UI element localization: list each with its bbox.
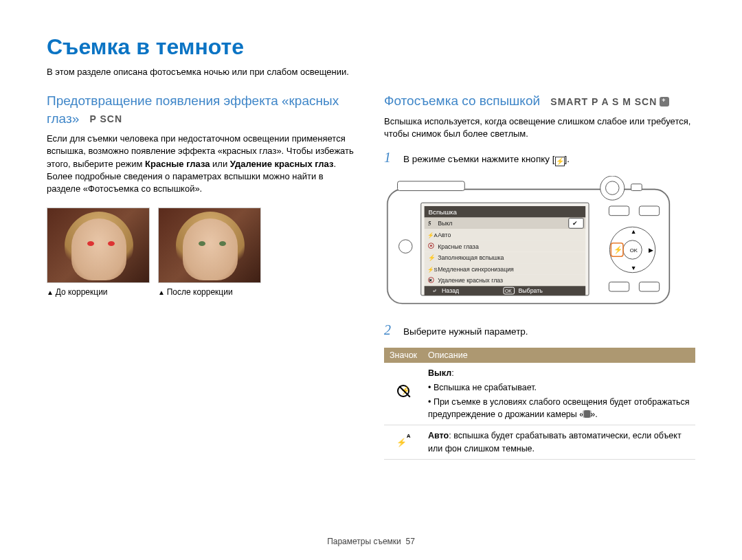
mode-indicator: P SCN <box>90 113 123 126</box>
svg-text:⚡S: ⚡S <box>427 265 438 272</box>
mode-indicator-flash: SMART P A S M SCN <box>550 96 669 109</box>
svg-text:𝟓: 𝟓 <box>429 220 432 227</box>
page-title: Съемка в темноте <box>47 34 695 60</box>
menu-title: Вспышка <box>429 208 458 215</box>
svg-text:Авто: Авто <box>438 231 451 238</box>
svg-text:Заполняющая вспышка: Заполняющая вспышка <box>438 254 504 261</box>
svg-text:Назад: Назад <box>442 287 459 294</box>
svg-text:Выкл: Выкл <box>438 220 452 227</box>
photo-comparison: До коррекции После коррекции <box>47 208 358 297</box>
svg-text:⚡: ⚡ <box>429 254 436 262</box>
bold-remove-redeye: Удаление красных глаз <box>230 159 334 169</box>
after-photo-block: После коррекции <box>158 208 261 297</box>
flash-heading: Фотосъемка со вспышкой <box>384 93 540 108</box>
svg-rect-5 <box>631 183 642 190</box>
camera-illustration: Вспышка Выкл 𝟓 ✔ Авто ⚡A Красные глаза З… <box>384 176 695 313</box>
svg-rect-2 <box>398 181 465 190</box>
step-2-text: Выберите нужный параметр. <box>403 326 695 337</box>
svg-text:Выбрать: Выбрать <box>518 287 543 294</box>
section-title-flash: Фотосъемка со вспышкой SMART P A S M SCN <box>384 92 695 110</box>
flash-intro: Вспышка используется, когда освещение сл… <box>384 115 695 140</box>
camera-svg: Вспышка Выкл 𝟓 ✔ Авто ⚡A Красные глаза З… <box>384 176 679 310</box>
step-1: 1 В режиме съемки нажмите кнопку [⚡]. <box>384 150 695 166</box>
svg-text:✔: ✔ <box>572 220 578 227</box>
svg-text:▲: ▲ <box>631 228 637 235</box>
scene-mode-icon <box>660 97 669 107</box>
photo-after <box>158 208 261 283</box>
off-description: Выкл: • Вспышка не срабатывает. • При съ… <box>423 363 695 425</box>
svg-text:⚡: ⚡ <box>614 245 623 254</box>
auto-icon: ⚡A <box>384 425 423 459</box>
section-title-redeye: Предотвращение появления эффекта «красны… <box>47 92 358 127</box>
svg-rect-44 <box>609 205 629 215</box>
left-column: Предотвращение появления эффекта «красны… <box>47 92 358 460</box>
table-row: ⚡A Авто: вспышка будет срабатывать автом… <box>384 425 695 459</box>
shake-icon <box>584 410 590 418</box>
svg-text:▼: ▼ <box>631 264 637 271</box>
before-photo-block: До коррекции <box>47 208 150 297</box>
step-number-1: 1 <box>384 150 396 166</box>
th-desc: Описание <box>423 348 695 363</box>
flash-options-table: Значок Описание ⚡ Выкл: • Вспышка не сра… <box>384 348 695 460</box>
redeye-body: Если для съемки человека при недостаточн… <box>47 133 358 195</box>
svg-point-4 <box>605 181 619 194</box>
off-icon: ⚡ <box>384 363 423 425</box>
svg-point-19 <box>430 245 432 247</box>
step-1-text: В режиме съемки нажмите кнопку [⚡]. <box>403 154 695 166</box>
page-footer: Параметры съемки 57 <box>0 537 742 546</box>
svg-text:Удаление красных глаз: Удаление красных глаз <box>438 277 503 284</box>
svg-text:▶: ▶ <box>649 247 653 254</box>
svg-point-48 <box>399 239 413 253</box>
caption-after: После коррекции <box>158 287 261 297</box>
photo-before <box>47 208 150 283</box>
bold-redeye: Красные глаза <box>145 159 210 169</box>
caption-before: До коррекции <box>47 287 150 297</box>
flash-button-icon: ⚡ <box>555 157 565 166</box>
svg-rect-46 <box>609 282 629 291</box>
svg-text:⤶: ⤶ <box>432 288 437 294</box>
svg-rect-47 <box>639 282 659 291</box>
right-column: Фотосъемка со вспышкой SMART P A S M SCN… <box>384 92 695 460</box>
table-row: ⚡ Выкл: • Вспышка не срабатывает. • При … <box>384 363 695 425</box>
intro-text: В этом разделе описана фотосъемка ночью … <box>47 67 695 77</box>
content-columns: Предотвращение появления эффекта «красны… <box>47 92 695 460</box>
svg-text:OK: OK <box>505 289 512 293</box>
svg-text:Медленная синхронизация: Медленная синхронизация <box>438 265 514 272</box>
svg-rect-45 <box>639 205 659 215</box>
svg-text:⚡A: ⚡A <box>427 231 438 238</box>
th-icon: Значок <box>384 348 423 363</box>
step-number-2: 2 <box>384 322 396 338</box>
svg-text:✖: ✖ <box>429 278 432 282</box>
svg-text:OK: OK <box>630 247 638 254</box>
step-2: 2 Выберите нужный параметр. <box>384 322 695 338</box>
auto-description: Авто: вспышка будет срабатывать автомати… <box>423 425 695 459</box>
svg-text:Красные глаза: Красные глаза <box>438 243 479 249</box>
